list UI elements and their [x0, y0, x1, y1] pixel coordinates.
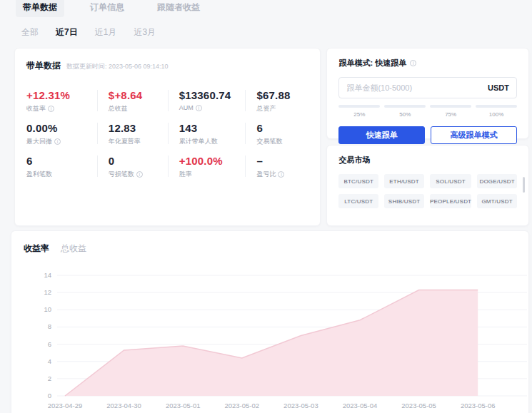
svg-text:12: 12	[44, 288, 51, 296]
stat-total-profit: $+8.64 总收益	[97, 88, 168, 121]
filter-3m[interactable]: 近3月	[134, 26, 156, 39]
svg-text:2023-05-02: 2023-05-02	[224, 402, 259, 409]
svg-text:2023-05-03: 2023-05-03	[283, 402, 318, 409]
stat-trades: 6 交易笔数	[245, 121, 308, 153]
tab-lead-data[interactable]: 带单数据	[16, 0, 64, 17]
tab-order-info[interactable]: 订单信息	[83, 0, 131, 17]
follow-mode-title: 跟单模式: 快速跟单	[338, 58, 406, 68]
filter-7d[interactable]: 近7日	[56, 26, 78, 39]
slider-bar[interactable]	[384, 105, 426, 108]
stat-win-rate: +100.0% 胜率	[168, 153, 246, 186]
tab-follower-profit[interactable]: 跟随者收益	[150, 0, 207, 17]
stat-losing-trades: 0 亏损笔数	[97, 153, 168, 186]
chart-tab-roi[interactable]: 收益率	[24, 243, 49, 255]
pair-tag[interactable]: BTC/USDT	[338, 174, 378, 188]
pair-tag[interactable]: GMT/USDT	[477, 194, 517, 208]
info-icon[interactable]	[278, 171, 284, 178]
chart-area: 024681012142023-04-292023-04-302023-05-0…	[11, 265, 528, 413]
svg-text:6: 6	[48, 340, 51, 348]
follow-mode-card: 跟单模式: 快速跟单 USDT 25% 50% 75%	[326, 48, 529, 139]
trading-market-card: 交易市场 BTC/USDT ETH/USDT SOL/USDT DOGE/USD…	[326, 145, 529, 226]
returns-chart-card: 收益率 总收益 024681012142023-04-292023-04-302…	[11, 230, 529, 413]
slider-segment-25[interactable]: 25%	[338, 105, 380, 118]
svg-text:10: 10	[44, 305, 51, 313]
stat-sharpe: 12.83 年化夏普率	[97, 121, 168, 153]
trading-market-title: 交易市场	[338, 155, 517, 165]
stat-followers: 143 累计带单人数	[168, 121, 246, 153]
quick-follow-button[interactable]: 快速跟单	[338, 126, 425, 144]
follow-amount-input[interactable]	[346, 83, 482, 92]
pair-tag[interactable]: SHIB/USDT	[384, 194, 424, 208]
top-tab-bar: 带单数据 订单信息 跟随者收益	[0, 0, 532, 17]
lead-stats-title: 带单数据	[26, 60, 61, 72]
stat-max-drawdown: 0.00% 最大回撤	[26, 121, 97, 153]
svg-text:2023-05-01: 2023-05-01	[166, 402, 201, 409]
filter-1m[interactable]: 近1月	[95, 26, 117, 39]
slider-bar[interactable]	[476, 105, 517, 108]
svg-text:2023-05-04: 2023-05-04	[343, 402, 378, 409]
pair-tag[interactable]: LTC/USDT	[338, 194, 378, 208]
chart-tab-total-profit[interactable]: 总收益	[61, 243, 86, 255]
chart-tab-bar: 收益率 总收益	[11, 243, 528, 255]
svg-text:0: 0	[48, 392, 51, 399]
svg-text:14: 14	[44, 271, 51, 279]
info-icon[interactable]	[48, 106, 54, 112]
lead-stats-card: 带单数据 数据更新时间: 2023-05-06 09:14:10 +12.31%…	[14, 48, 321, 226]
filter-all[interactable]: 全部	[21, 26, 39, 39]
slider-segment-75[interactable]: 75%	[430, 105, 471, 118]
svg-text:2023-04-29: 2023-04-29	[48, 402, 83, 409]
svg-text:2023-04-30: 2023-04-30	[106, 402, 141, 409]
time-filter-bar: 全部 近7日 近1月 近3月	[21, 26, 532, 39]
svg-text:2023-05-06: 2023-05-06	[461, 402, 496, 409]
scrollbar-thumb[interactable]	[523, 177, 525, 193]
svg-text:4: 4	[48, 357, 51, 365]
returns-area-chart: 024681012142023-04-292023-04-302023-05-0…	[11, 265, 529, 413]
info-icon[interactable]	[54, 138, 61, 145]
svg-text:2023-05-05: 2023-05-05	[401, 402, 436, 409]
stat-winning-trades: 6 盈利笔数	[26, 153, 97, 186]
svg-text:2: 2	[48, 374, 51, 382]
info-icon[interactable]	[136, 171, 143, 178]
stat-roi: +12.31% 收益率	[26, 88, 97, 121]
pair-tag[interactable]: ETH/USDT	[384, 174, 424, 188]
stats-grid: +12.31% 收益率 $+8.64 总收益 $13360.74 AUM $67…	[26, 88, 308, 186]
pair-tag[interactable]: SOL/USDT	[430, 174, 471, 188]
pairs-grid: BTC/USDT ETH/USDT SOL/USDT DOGE/USDT LTC…	[338, 174, 517, 208]
stat-aum: $13360.74 AUM	[168, 88, 246, 121]
slider-segment-50[interactable]: 50%	[384, 105, 426, 118]
svg-text:8: 8	[48, 322, 51, 330]
slider-bar[interactable]	[338, 105, 380, 108]
slider-segment-100[interactable]: 100%	[476, 105, 517, 118]
slider-bar[interactable]	[430, 105, 471, 108]
info-icon[interactable]	[196, 105, 202, 111]
info-icon[interactable]	[410, 60, 416, 66]
pair-tag[interactable]: PEOPLE/USDT	[430, 194, 471, 208]
amount-percent-slider: 25% 50% 75% 100%	[338, 105, 517, 118]
data-updated-time: 数据更新时间: 2023-05-06 09:14:10	[66, 62, 169, 71]
currency-label: USDT	[488, 83, 509, 92]
pair-tag[interactable]: DOGE/USDT	[477, 174, 517, 188]
stat-pl-ratio: – 盈亏比	[245, 153, 308, 186]
amount-input-box: USDT	[338, 77, 517, 98]
stat-total-assets: $67.88 总资产	[245, 88, 308, 121]
advanced-follow-button[interactable]: 高级跟单模式	[431, 126, 517, 144]
